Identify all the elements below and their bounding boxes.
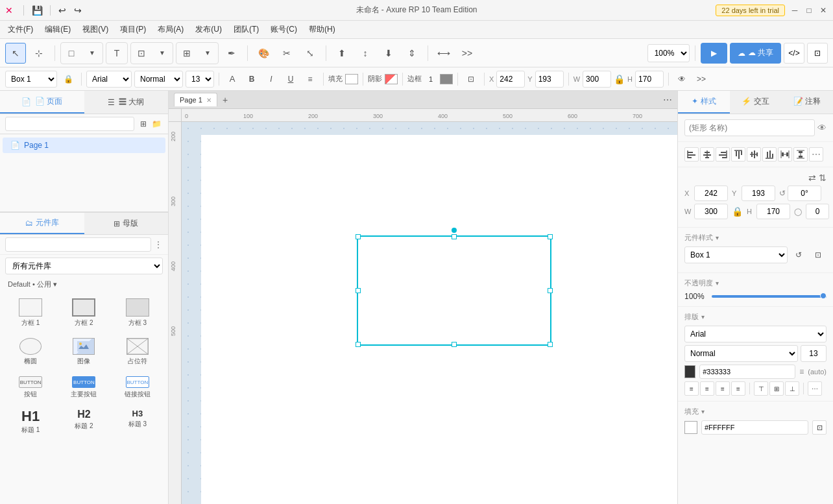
font-style-select-r[interactable]: Normal: [684, 345, 798, 362]
handle-tr[interactable]: [548, 234, 553, 239]
opacity-thumb[interactable]: [820, 293, 827, 299]
more-format-button[interactable]: >>: [693, 71, 710, 88]
swap-xy-icon[interactable]: ⇄: [808, 173, 816, 183]
handle-bl[interactable]: [356, 342, 361, 347]
corner-input[interactable]: [806, 204, 829, 219]
align-mid-button[interactable]: ↕: [355, 43, 376, 64]
element-name-select[interactable]: Box 1: [5, 71, 57, 88]
align-bottom-button[interactable]: [762, 147, 777, 162]
tab-outline[interactable]: ☰ ☰ 大纲: [84, 91, 169, 114]
save-icon[interactable]: 💾: [32, 5, 42, 16]
connector-button[interactable]: ⟷: [433, 43, 454, 64]
menu-help[interactable]: 帮助(H): [304, 21, 341, 38]
font-color-button[interactable]: A: [224, 71, 241, 88]
canvas-area[interactable]: Page 1 ✕ + ⋯ 0 100 200 300 400 500 600 7…: [169, 91, 677, 504]
visibility-button[interactable]: 👁: [673, 71, 690, 88]
tab-style[interactable]: ✦ 样式: [678, 91, 730, 114]
fill-color-button[interactable]: [345, 74, 358, 84]
comp-item-button[interactable]: BUTTON 按钮: [5, 372, 56, 403]
dist-v-button[interactable]: [793, 147, 808, 162]
tab-notes[interactable]: 📝 注释: [781, 91, 833, 114]
menu-view[interactable]: 视图(V): [77, 21, 114, 38]
handle-ml[interactable]: [356, 288, 361, 293]
tab-masters[interactable]: ⊞ 母版: [84, 213, 169, 234]
zoom-select[interactable]: 100% 50% 200%: [647, 44, 690, 62]
format-paint-button[interactable]: 🎨: [253, 43, 274, 64]
y-input-right[interactable]: [742, 186, 775, 201]
input-tool-button[interactable]: ⊡: [131, 43, 152, 64]
tab-components[interactable]: 🗂 元件库: [0, 213, 84, 234]
redo-icon[interactable]: ↪: [74, 5, 84, 16]
underline-button[interactable]: U: [282, 71, 299, 88]
canvas-page-tab[interactable]: Page 1 ✕: [174, 93, 217, 106]
align-right-button[interactable]: [716, 147, 730, 162]
swap-wh-icon[interactable]: ⇅: [819, 173, 827, 183]
tab-pages[interactable]: 📄 📄 页面: [0, 91, 84, 114]
maximize-button[interactable]: □: [804, 6, 814, 15]
canvas-more-button[interactable]: ⋯: [663, 95, 672, 105]
text-color-button[interactable]: [684, 365, 695, 378]
align-mid-text-button[interactable]: ⊞: [769, 381, 784, 396]
menu-team[interactable]: 团队(T): [228, 21, 264, 38]
grid-tool-button[interactable]: ⊞: [176, 43, 197, 64]
rot-input[interactable]: [788, 186, 821, 201]
align-right-text-button[interactable]: ≡: [716, 381, 730, 396]
align-center-v-button[interactable]: [747, 147, 761, 162]
comp-item-link-btn[interactable]: BUTTON 链接按钮: [112, 372, 163, 403]
canvas-page-tab-close[interactable]: ✕: [206, 97, 211, 104]
fill-color-hex[interactable]: [701, 420, 808, 435]
fill-color-button-r[interactable]: [684, 421, 697, 434]
element-name-input[interactable]: [684, 119, 815, 136]
canvas-content[interactable]: [182, 122, 677, 504]
italic-button[interactable]: I: [263, 71, 280, 88]
handle-br[interactable]: [548, 342, 553, 347]
text-tool-button[interactable]: T: [106, 43, 127, 64]
shadow-color-button[interactable]: [385, 74, 398, 84]
comp-menu-icon[interactable]: ⋮: [154, 239, 163, 250]
rectangle-tool-dropdown[interactable]: ▼: [82, 43, 103, 64]
align-center-text-button[interactable]: ≡: [700, 381, 714, 396]
rectangle-tool-button[interactable]: □: [61, 43, 82, 64]
menu-layout[interactable]: 布局(A): [152, 21, 189, 38]
menu-account[interactable]: 账号(C): [265, 21, 302, 38]
comp-item-box2[interactable]: 方框 2: [58, 294, 109, 331]
w-input[interactable]: [583, 71, 611, 88]
code-button[interactable]: </>: [784, 43, 804, 64]
comp-item-h1[interactable]: H1 标题 1: [5, 405, 56, 438]
selected-element[interactable]: [357, 235, 551, 346]
x-input-right[interactable]: [694, 186, 728, 201]
close-icon[interactable]: ✕: [5, 5, 16, 16]
opacity-bar[interactable]: [712, 295, 827, 298]
font-size-input-r[interactable]: [801, 345, 827, 362]
comp-item-primary-btn[interactable]: BUTTON 主要按钮: [58, 372, 109, 403]
comp-library-select[interactable]: 所有元件库: [5, 258, 163, 274]
page-search-input[interactable]: [5, 117, 134, 131]
window-close-button[interactable]: ✕: [819, 6, 828, 15]
element-visibility-icon[interactable]: 👁: [817, 123, 827, 133]
edit-style-button[interactable]: ⊡: [810, 246, 827, 263]
x-input[interactable]: [496, 71, 525, 88]
font-family-select[interactable]: Arial: [86, 71, 132, 88]
style-name-select[interactable]: Box 1: [684, 246, 788, 263]
canvas-page[interactable]: [201, 135, 677, 504]
handle-tm[interactable]: [452, 234, 457, 239]
select-tool-button[interactable]: ↖: [5, 43, 26, 64]
comp-search-input[interactable]: [5, 237, 151, 252]
rotate-handle[interactable]: [452, 228, 457, 233]
border-style-button[interactable]: ⊡: [463, 71, 479, 88]
minimize-button[interactable]: ─: [790, 6, 799, 15]
fill-expand-button[interactable]: ⊡: [812, 420, 827, 435]
comp-item-h3[interactable]: H3 标题 3: [112, 405, 163, 438]
export-button[interactable]: ⊡: [807, 43, 828, 64]
menu-file[interactable]: 文件(F): [3, 21, 38, 38]
input-tool-dropdown[interactable]: ▼: [152, 43, 173, 64]
dist-h-button[interactable]: [778, 147, 792, 162]
element-lock-button[interactable]: 🔒: [60, 71, 77, 88]
y-input[interactable]: [535, 71, 564, 88]
align-bottom-button[interactable]: ⇕: [402, 43, 422, 64]
more-text-format-button[interactable]: ⋯: [808, 381, 822, 396]
font-style-select[interactable]: Normal: [134, 71, 183, 88]
add-folder-button[interactable]: 📁: [150, 117, 163, 130]
resize-button[interactable]: ⤡: [300, 43, 320, 64]
align-dist-button[interactable]: ⬇: [378, 43, 399, 64]
